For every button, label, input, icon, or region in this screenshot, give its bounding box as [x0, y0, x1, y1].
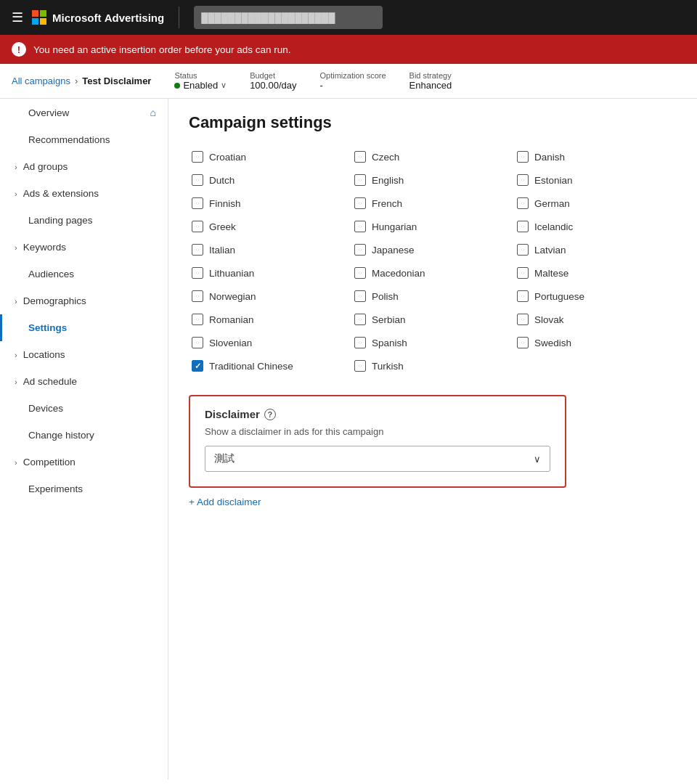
- sidebar-item-demographics[interactable]: ›Demographics: [0, 287, 168, 314]
- sidebar-label-demographics: Demographics: [23, 295, 86, 306]
- checkbox-box-latvian[interactable]: [517, 244, 529, 256]
- checkbox-box-japanese[interactable]: [354, 244, 366, 256]
- checkbox-box-maltese[interactable]: [517, 267, 529, 279]
- language-checkbox-item[interactable]: Latvian: [514, 238, 677, 261]
- language-checkbox-item[interactable]: French: [351, 192, 514, 215]
- language-checkbox-item[interactable]: Norwegian: [189, 285, 351, 308]
- budget-label: Budget: [250, 71, 296, 80]
- checkbox-box-portuguese[interactable]: [517, 290, 529, 302]
- language-checkbox-item[interactable]: Serbian: [351, 308, 514, 331]
- language-checkbox-item[interactable]: Traditional Chinese: [189, 354, 351, 377]
- sidebar-item-keywords[interactable]: ›Keywords: [0, 234, 168, 261]
- breadcrumb: All campaigns › Test Disclaimer: [12, 75, 151, 86]
- checkbox-box-macedonian[interactable]: [354, 267, 366, 279]
- checkbox-box-finnish[interactable]: [192, 197, 203, 209]
- language-checkbox-item[interactable]: Estonian: [514, 168, 677, 192]
- sidebar-item-devices[interactable]: Devices: [0, 395, 168, 422]
- checkbox-box-icelandic[interactable]: [517, 221, 529, 232]
- language-checkbox-item[interactable]: Romanian: [189, 308, 351, 331]
- language-checkbox-item[interactable]: Czech: [351, 145, 514, 168]
- checkbox-box-italian[interactable]: [192, 244, 203, 256]
- sidebar-item-experiments[interactable]: Experiments: [0, 475, 168, 502]
- checkbox-box-traditional-chinese[interactable]: [192, 360, 203, 372]
- language-checkbox-item[interactable]: Lithuanian: [189, 261, 351, 285]
- checkbox-box-french[interactable]: [354, 197, 366, 209]
- language-checkbox-item[interactable]: Swedish: [514, 331, 677, 354]
- disclaimer-selected-value: 測試: [214, 452, 235, 465]
- expand-icon-ads-extensions: ›: [15, 189, 17, 198]
- status-value[interactable]: Enabled ∨: [174, 80, 227, 91]
- breadcrumb-all-campaigns[interactable]: All campaigns: [12, 75, 70, 86]
- checkbox-box-danish[interactable]: [517, 151, 529, 163]
- language-checkbox-item[interactable]: Slovak: [514, 308, 677, 331]
- sidebar-item-ads-extensions[interactable]: ›Ads & extensions: [0, 180, 168, 207]
- language-checkbox-item[interactable]: Greek: [189, 215, 351, 238]
- sidebar-label-settings: Settings: [28, 322, 67, 333]
- checkbox-box-hungarian[interactable]: [354, 221, 366, 232]
- sidebar-item-ad-schedule[interactable]: ›Ad schedule: [0, 368, 168, 395]
- checkbox-box-croatian[interactable]: [192, 151, 203, 163]
- checkbox-box-serbian[interactable]: [354, 314, 366, 325]
- checkbox-box-greek[interactable]: [192, 221, 203, 232]
- checkbox-box-norwegian[interactable]: [192, 290, 203, 302]
- nav-search-placeholder: ████████████████████: [201, 12, 335, 23]
- disclaimer-dropdown[interactable]: 測試 ∨: [205, 446, 550, 472]
- sidebar-item-competition[interactable]: ›Competition: [0, 449, 168, 475]
- sidebar-item-overview[interactable]: Overview⌂: [0, 99, 168, 126]
- language-checkbox-item[interactable]: English: [351, 168, 514, 192]
- checkbox-label-icelandic: Icelandic: [534, 221, 573, 232]
- checkbox-label-dutch: Dutch: [209, 175, 235, 186]
- language-checkbox-item[interactable]: Croatian: [189, 145, 351, 168]
- logo-sq-blue: [32, 18, 38, 25]
- sidebar-item-recommendations[interactable]: Recommendations: [0, 126, 168, 153]
- language-checkbox-item[interactable]: Spanish: [351, 331, 514, 354]
- checkbox-box-slovenian[interactable]: [192, 337, 203, 348]
- language-checkbox-item[interactable]: Turkish: [351, 354, 514, 377]
- sidebar-item-settings[interactable]: Settings: [0, 314, 168, 341]
- sidebar-item-audiences[interactable]: Audiences: [0, 261, 168, 287]
- language-checkbox-item[interactable]: Danish: [514, 145, 677, 168]
- top-nav: ☰ Microsoft Advertising ████████████████…: [0, 0, 697, 35]
- status-meta: Status Enabled ∨: [174, 71, 227, 91]
- nav-search[interactable]: ████████████████████: [194, 6, 383, 29]
- language-checkbox-item[interactable]: German: [514, 192, 677, 215]
- sidebar-label-locations: Locations: [23, 349, 65, 360]
- budget-value: 100.00/day: [250, 80, 296, 91]
- checkbox-box-swedish[interactable]: [517, 337, 529, 348]
- language-checkbox-item[interactable]: Macedonian: [351, 261, 514, 285]
- checkbox-box-slovak[interactable]: [517, 314, 529, 325]
- optimization-label: Optimization score: [319, 71, 386, 80]
- language-checkbox-item[interactable]: Japanese: [351, 238, 514, 261]
- checkbox-box-spanish[interactable]: [354, 337, 366, 348]
- sidebar-item-change-history[interactable]: Change history: [0, 422, 168, 449]
- sidebar-item-landing-pages[interactable]: Landing pages: [0, 207, 168, 234]
- hamburger-menu[interactable]: ☰: [12, 9, 23, 25]
- language-checkbox-item[interactable]: Portuguese: [514, 285, 677, 308]
- checkbox-box-dutch[interactable]: [192, 174, 203, 186]
- language-checkbox-item[interactable]: Hungarian: [351, 215, 514, 238]
- language-checkbox-item[interactable]: Finnish: [189, 192, 351, 215]
- language-checkbox-item[interactable]: Italian: [189, 238, 351, 261]
- logo-squares: [32, 10, 46, 25]
- language-checkbox-item[interactable]: Icelandic: [514, 215, 677, 238]
- checkbox-box-polish[interactable]: [354, 290, 366, 302]
- disclaimer-help-icon[interactable]: ?: [264, 409, 276, 420]
- sidebar-item-ad-groups[interactable]: ›Ad groups: [0, 153, 168, 180]
- checkbox-box-romanian[interactable]: [192, 314, 203, 325]
- checkbox-box-english[interactable]: [354, 174, 366, 186]
- checkbox-box-lithuanian[interactable]: [192, 267, 203, 279]
- expand-icon-competition: ›: [15, 458, 17, 467]
- checkbox-box-estonian[interactable]: [517, 174, 529, 186]
- language-checkbox-item[interactable]: Polish: [351, 285, 514, 308]
- checkbox-box-czech[interactable]: [354, 151, 366, 163]
- language-checkbox-item[interactable]: Maltese: [514, 261, 677, 285]
- sidebar-item-locations[interactable]: ›Locations: [0, 341, 168, 368]
- language-checkbox-item[interactable]: Slovenian: [189, 331, 351, 354]
- language-checkbox-item[interactable]: Dutch: [189, 168, 351, 192]
- checkbox-label-german: German: [534, 198, 570, 209]
- checkbox-box-turkish[interactable]: [354, 360, 366, 372]
- dropdown-chevron-icon: ∨: [534, 454, 541, 465]
- add-disclaimer-link[interactable]: + Add disclaimer: [189, 497, 677, 507]
- checkbox-label-japanese: Japanese: [372, 245, 415, 256]
- checkbox-box-german[interactable]: [517, 197, 529, 209]
